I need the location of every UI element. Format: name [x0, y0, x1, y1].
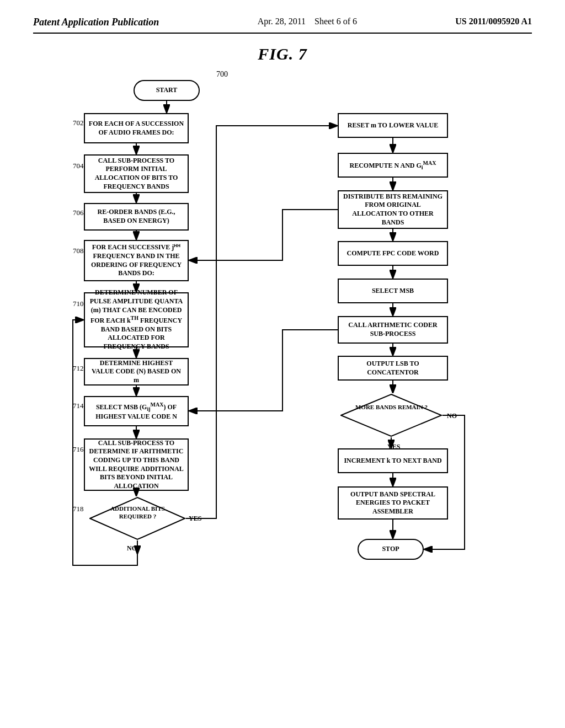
box-724: DISTRIBUTE BITS REMAINING FROM ORIGINAL …	[338, 190, 448, 229]
box-720: RESET m TO LOWER VALUE	[338, 113, 448, 138]
label-718-no: NO	[127, 544, 137, 553]
box-736: INCREMENT k TO NEXT BAND	[338, 448, 448, 473]
label-734-no: NO	[447, 412, 457, 420]
label-706: 706	[73, 208, 84, 217]
box-706: RE-ORDER BANDS (E.G., BASED ON ENERGY)	[84, 203, 189, 231]
box-722: RECOMPUTE N AND GiMAX	[338, 153, 448, 178]
label-716: 716	[73, 445, 84, 454]
start-box: START	[134, 80, 200, 101]
svg-marker-1	[341, 394, 441, 436]
date-sheet-label: Apr. 28, 2011 Sheet 6 of 6	[258, 17, 357, 26]
box-716: CALL SUB-PROCESS TO DETERMINE IF ARITHME…	[84, 438, 189, 491]
diamond-734: MORE BANDS REMAIN ?	[340, 393, 443, 437]
box-730: CALL ARITHMETIC CODER SUB-PROCESS	[338, 316, 448, 344]
box-728: SELECT MSB	[338, 279, 448, 303]
box-702: FOR EACH OF A SUCCESSION OF AUDIO FRAMES…	[84, 113, 189, 143]
box-732: OUTPUT LSB TO CONCATENTOR	[338, 356, 448, 381]
sheet-label: Sheet 6 of 6	[315, 17, 357, 26]
patent-number-label: US 2011/0095920 A1	[455, 17, 532, 26]
label-708: 708	[73, 247, 84, 255]
box-738: OUTPUT BAND SPECTRAL ENERGIES TO PACKET …	[338, 486, 448, 520]
diagram-container: 700 START 702 FOR EACH OF A SUCCESSION O…	[45, 69, 520, 703]
box-708: FOR EACH SUCCESSIVE jᴴᴴ FREQUENCY BAND I…	[84, 240, 189, 281]
label-710: 710	[73, 299, 84, 308]
label-714: 714	[73, 402, 84, 410]
figure-number-label: 700	[216, 70, 228, 79]
page: Patent Application Publication Apr. 28, …	[0, 0, 565, 728]
box-704: CALL SUB-PROCESS TO PERFORM INITIAL ALLO…	[84, 154, 189, 193]
label-718: 718	[73, 505, 84, 513]
date-label: Apr. 28, 2011	[258, 17, 306, 26]
stop-box: STOP	[358, 539, 424, 560]
box-714: SELECT MSB (GijMAX) OF HIGHEST VALUE COD…	[84, 396, 189, 426]
box-712: DETERMINE HIGHEST VALUE CODE (N) BASED O…	[84, 358, 189, 386]
publication-label: Patent Application Publication	[33, 17, 159, 28]
figure-title: FIG. 7	[33, 45, 532, 63]
page-header: Patent Application Publication Apr. 28, …	[33, 17, 532, 34]
label-718-yes: YES	[189, 515, 201, 523]
label-702: 702	[73, 119, 84, 127]
diamond-718: ADDITIONAL BITS REQUIRED ?	[89, 496, 186, 540]
box-726: COMPUTE FPC CODE WORD	[338, 241, 448, 266]
box-710: DETERMINE NUMBER OF PULSE AMPLITUDE QUAN…	[84, 292, 189, 347]
label-712: 712	[73, 364, 84, 373]
label-704: 704	[73, 162, 84, 170]
